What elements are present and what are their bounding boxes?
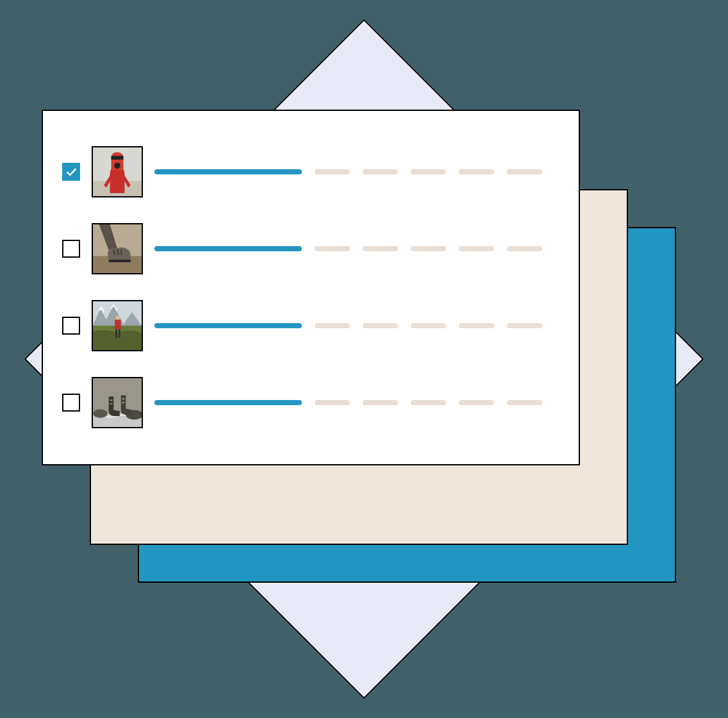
list-row [62,133,559,210]
row-thumbnail [92,223,143,274]
cell-placeholder [459,323,494,328]
cell-placeholder [507,400,542,405]
row-thumbnail [92,300,143,351]
title-placeholder [154,246,302,251]
cell-placeholder [507,246,542,251]
svg-point-3 [114,163,120,169]
row-content [154,246,559,251]
row-content [154,169,559,174]
title-placeholder [154,323,302,328]
svg-rect-10 [119,330,120,338]
cell-placeholder [363,169,398,174]
cell-placeholder [459,246,494,251]
cell-placeholder [411,323,446,328]
cell-placeholder [459,400,494,405]
row-checkbox[interactable] [62,240,80,258]
row-checkbox[interactable] [62,163,80,181]
title-placeholder [154,169,302,174]
row-thumbnail [92,377,143,428]
cell-placeholder [507,323,542,328]
cell-placeholder [363,323,398,328]
row-thumbnail [92,146,143,197]
cell-placeholder [315,246,350,251]
row-content [154,323,559,328]
cell-placeholder [315,323,350,328]
row-checkbox[interactable] [62,394,80,412]
title-placeholder [154,400,302,405]
list-row [62,210,559,287]
list-row [62,287,559,364]
svg-rect-8 [115,320,121,330]
svg-point-11 [116,316,120,320]
cell-placeholder [411,169,446,174]
row-content [154,400,559,405]
cell-placeholder [363,246,398,251]
svg-rect-9 [115,330,117,338]
list-card [42,110,580,465]
cell-placeholder [507,169,542,174]
cell-placeholder [363,400,398,405]
list-row [62,364,559,441]
svg-rect-2 [112,156,124,160]
cell-placeholder [315,169,350,174]
svg-point-14 [93,409,108,417]
cell-placeholder [459,169,494,174]
check-icon [65,165,78,178]
cell-placeholder [411,400,446,405]
cell-placeholder [411,246,446,251]
cell-placeholder [315,400,350,405]
row-checkbox[interactable] [62,317,80,335]
